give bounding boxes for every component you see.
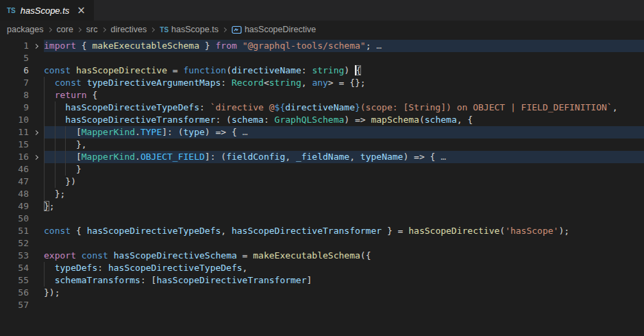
line-number[interactable]: 7 bbox=[0, 77, 29, 89]
code-line-content[interactable]: schemaTransforms: [hasScopeDirectiveTran… bbox=[44, 274, 644, 287]
fold-chevron-icon[interactable] bbox=[29, 151, 44, 163]
code-line-content[interactable]: const hasScopeDirective = function(direc… bbox=[44, 64, 644, 77]
tab-hasscope[interactable]: TS hasScope.ts × bbox=[0, 0, 94, 21]
line-number[interactable]: 10 bbox=[0, 114, 29, 126]
code-token: directiveName bbox=[285, 102, 355, 112]
code-token: : bbox=[301, 65, 312, 75]
code-token bbox=[71, 65, 76, 75]
code-line-content[interactable]: const { hasScopeDirectiveTypeDefs, hasSc… bbox=[44, 225, 644, 237]
code-token: hasScopeDirective bbox=[76, 65, 167, 75]
code-line-content[interactable]: }, bbox=[44, 139, 644, 151]
line-number[interactable]: 15 bbox=[0, 139, 29, 151]
code-token: schemaTransforms bbox=[55, 275, 140, 285]
code-token: , bbox=[221, 226, 232, 236]
fold-gutter bbox=[29, 250, 44, 262]
code-line-content[interactable]: typeDefs: hasScopeDirectiveTypeDefs, bbox=[44, 262, 644, 274]
breadcrumb-separator-icon bbox=[222, 27, 227, 32]
code-token: > = {}; bbox=[328, 77, 366, 88]
code-token: "@graphql-tools/schema" bbox=[243, 40, 366, 51]
code-token: [ bbox=[44, 127, 82, 137]
code-token: ( bbox=[499, 226, 505, 236]
code-token: MapperKind bbox=[82, 127, 135, 137]
fold-chevron-icon[interactable] bbox=[29, 40, 44, 52]
code-token: hasScopeDirectiveTransformer bbox=[232, 226, 382, 236]
fold-gutter bbox=[29, 299, 44, 311]
code-token: }); bbox=[44, 287, 60, 298]
code-token: : bbox=[264, 115, 275, 125]
code-line-content[interactable]: } bbox=[44, 163, 644, 176]
code-line: 47 }) bbox=[0, 176, 644, 188]
code-line-content[interactable]: }); bbox=[44, 287, 644, 299]
code-line-content[interactable]: export const hasScopeDirectiveSchema = m… bbox=[44, 250, 644, 262]
code-line-content[interactable] bbox=[44, 52, 644, 64]
code-token: ( bbox=[226, 65, 232, 75]
line-number[interactable]: 51 bbox=[0, 225, 29, 237]
line-number[interactable]: 16 bbox=[0, 151, 29, 163]
breadcrumb-item-core[interactable]: core bbox=[56, 25, 74, 34]
line-number[interactable]: 54 bbox=[0, 262, 29, 274]
fold-gutter bbox=[29, 237, 44, 250]
code-token: TYPE bbox=[140, 127, 162, 137]
line-number[interactable]: 52 bbox=[0, 237, 29, 250]
fold-chevron-icon[interactable] bbox=[29, 126, 44, 139]
line-number[interactable]: 56 bbox=[0, 287, 29, 299]
line-number[interactable]: 9 bbox=[0, 101, 29, 114]
code-token: hasScopeDirective bbox=[408, 226, 499, 236]
code-token: mapSchema bbox=[371, 115, 419, 125]
breadcrumb-item-hasscope-ts[interactable]: TShasScope.ts bbox=[159, 25, 219, 34]
code-line-content[interactable]: }; bbox=[44, 200, 644, 213]
code-line-content[interactable]: [MapperKind.TYPE]: (type) => { … bbox=[44, 126, 644, 139]
line-number[interactable]: 5 bbox=[0, 52, 29, 64]
breadcrumb-item-packages[interactable]: packages bbox=[6, 25, 45, 34]
code-token: ) bbox=[344, 65, 355, 75]
code-token: { bbox=[71, 226, 86, 236]
fold-gutter bbox=[29, 287, 44, 299]
line-number[interactable]: 11 bbox=[0, 126, 29, 139]
fold-gutter bbox=[29, 77, 44, 89]
code-line-content[interactable]: [MapperKind.OBJECT_FIELD]: (fieldConfig,… bbox=[44, 151, 644, 163]
fold-gutter bbox=[29, 89, 44, 101]
code-token: : ( bbox=[215, 115, 231, 125]
code-token: : bbox=[221, 77, 232, 88]
code-line: 53export const hasScopeDirectiveSchema =… bbox=[0, 250, 644, 262]
line-number[interactable]: 8 bbox=[0, 89, 29, 101]
line-number[interactable]: 6 bbox=[0, 64, 29, 77]
close-icon[interactable]: × bbox=[77, 5, 86, 16]
line-number[interactable]: 47 bbox=[0, 176, 29, 188]
fold-gutter bbox=[29, 163, 44, 176]
line-number[interactable]: 1 bbox=[0, 40, 29, 52]
line-number[interactable]: 50 bbox=[0, 213, 29, 225]
code-line-content[interactable] bbox=[44, 237, 644, 250]
code-line-content[interactable] bbox=[44, 213, 644, 225]
line-number[interactable]: 57 bbox=[0, 299, 29, 311]
code-line: 16 [MapperKind.OBJECT_FIELD]: (fieldConf… bbox=[0, 151, 644, 163]
breadcrumb-item-hasscopedirective[interactable]: hasScopeDirective bbox=[231, 25, 317, 34]
code-line-content[interactable]: }) bbox=[44, 176, 644, 188]
breadcrumb: packagescoresrcdirectivesTShasScope.tsha… bbox=[0, 21, 644, 38]
code-line-content[interactable]: const typeDirectiveArgumentMaps: Record<… bbox=[44, 77, 644, 89]
code-line-content[interactable]: }; bbox=[44, 188, 644, 200]
fold-gutter bbox=[29, 225, 44, 237]
code-token: function bbox=[184, 65, 227, 75]
code-token: any bbox=[312, 77, 327, 88]
line-number[interactable]: 48 bbox=[0, 188, 29, 200]
fold-gutter bbox=[29, 52, 44, 64]
line-number[interactable]: 55 bbox=[0, 274, 29, 287]
code-line-content[interactable]: hasScopeDirectiveTransformer: (schema: G… bbox=[44, 114, 644, 126]
line-number[interactable]: 49 bbox=[0, 200, 29, 213]
code-token: } bbox=[355, 102, 360, 112]
code-token: hasScopeDirectiveTransformer bbox=[65, 115, 215, 125]
code-token: ({ bbox=[360, 250, 371, 261]
folded-code-ellipsis: … bbox=[376, 40, 382, 51]
code-line-content[interactable]: return { bbox=[44, 89, 644, 101]
breadcrumb-item-directives[interactable]: directives bbox=[110, 25, 148, 34]
code-line-content[interactable]: import { makeExecutableSchema } from "@g… bbox=[44, 40, 644, 52]
code-line-content[interactable] bbox=[44, 299, 644, 311]
breadcrumb-item-src[interactable]: src bbox=[86, 25, 99, 34]
code-line-content[interactable]: hasScopeDirectiveTypeDefs: `directive @$… bbox=[44, 101, 644, 114]
code-token: }) bbox=[44, 176, 76, 187]
breadcrumb-separator-icon bbox=[47, 27, 51, 32]
code-token: directiveName bbox=[232, 65, 301, 75]
line-number[interactable]: 46 bbox=[0, 163, 29, 176]
line-number[interactable]: 53 bbox=[0, 250, 29, 262]
